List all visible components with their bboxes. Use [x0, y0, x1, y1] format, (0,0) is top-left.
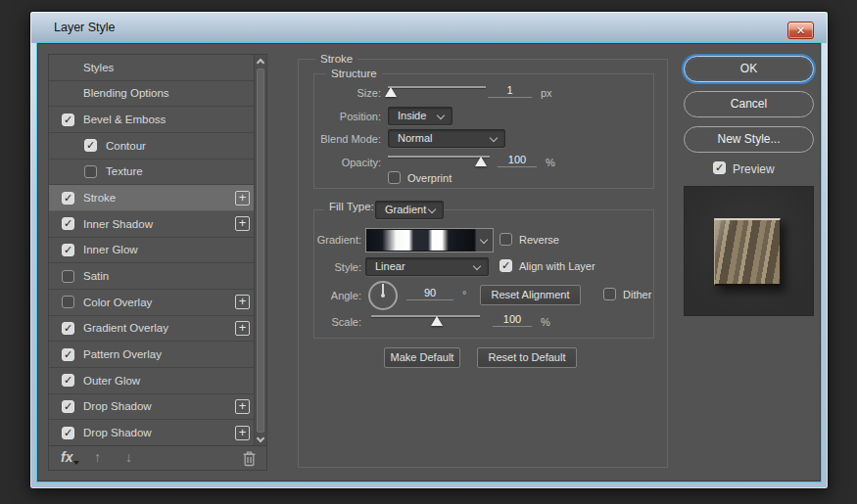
- gradient-dropdown-button[interactable]: [475, 229, 493, 252]
- move-effect-down-button[interactable]: ↓: [125, 449, 132, 465]
- add-effect-button[interactable]: +: [235, 295, 250, 309]
- sidebar-item-outer-glow[interactable]: ✓ Outer Glow +: [49, 368, 254, 394]
- effect-checkbox[interactable]: ✓: [62, 244, 74, 256]
- angle-value[interactable]: 90: [406, 287, 453, 300]
- fill-type-label: Fill Type:: [329, 201, 374, 212]
- sidebar-item-inner-glow[interactable]: ✓ Inner Glow +: [49, 238, 254, 264]
- size-slider-track: [388, 86, 486, 88]
- sidebar-item-label: Satin: [83, 270, 109, 282]
- sidebar-item-label: Contour: [106, 140, 146, 152]
- size-slider-thumb[interactable]: [385, 87, 397, 97]
- scroll-up-icon[interactable]: [257, 59, 264, 67]
- sidebar-item-label: Styles: [83, 62, 114, 73]
- overprint-label: Overprint: [407, 172, 452, 184]
- sidebar-item-inner-shadow[interactable]: ✓ Inner Shadow +: [49, 211, 254, 238]
- new-style-button[interactable]: New Style...: [684, 126, 814, 153]
- sidebar-item-bevel-emboss[interactable]: ✓ Bevel & Emboss +: [49, 107, 254, 133]
- ok-button[interactable]: OK: [684, 56, 814, 82]
- sidebar-item-color-overlay[interactable]: Color Overlay +: [49, 290, 254, 316]
- opacity-unit: %: [546, 157, 555, 168]
- sidebar-item-blending-options[interactable]: Blending Options +: [49, 81, 254, 108]
- opacity-value[interactable]: 100: [498, 154, 537, 167]
- scroll-down-icon[interactable]: [257, 435, 264, 442]
- opacity-slider-thumb[interactable]: [475, 157, 487, 166]
- move-effect-up-button[interactable]: ↑: [94, 449, 101, 465]
- add-effect-button[interactable]: +: [235, 399, 250, 414]
- size-value[interactable]: 1: [488, 84, 532, 98]
- cancel-button[interactable]: Cancel: [684, 91, 814, 117]
- add-effect-button[interactable]: +: [235, 216, 250, 231]
- reset-to-default-button[interactable]: Reset to Default: [477, 347, 577, 368]
- angle-dial-center: [381, 294, 385, 298]
- preview-label: Preview: [733, 162, 775, 176]
- add-effect-button[interactable]: +: [235, 426, 250, 440]
- scrollbar-thumb[interactable]: [257, 69, 264, 433]
- gradient-preview[interactable]: [366, 229, 475, 252]
- effect-checkbox[interactable]: ✓: [62, 427, 74, 439]
- sidebar-item-label: Color Overlay: [83, 297, 152, 308]
- scale-slider-thumb[interactable]: [431, 316, 443, 326]
- sidebar-item-pattern-overlay[interactable]: ✓ Pattern Overlay +: [49, 342, 254, 368]
- size-label: Size:: [314, 87, 381, 99]
- effect-checkbox[interactable]: ✓: [84, 139, 97, 152]
- sidebar-item-satin[interactable]: Satin +: [49, 263, 254, 290]
- blend-mode-label: Blend Mode:: [314, 133, 381, 145]
- fill-type-dropdown[interactable]: Gradient: [375, 201, 444, 219]
- add-effect-button[interactable]: +: [235, 321, 250, 336]
- title-bar[interactable]: Layer Style ✕: [31, 13, 827, 43]
- reverse-checkbox[interactable]: [500, 233, 512, 246]
- sidebar-item-gradient-overlay[interactable]: ✓ Gradient Overlay +: [49, 316, 254, 343]
- effect-checkbox[interactable]: ✓: [62, 217, 74, 230]
- preview-swatch: [714, 218, 781, 286]
- blend-mode-dropdown[interactable]: Normal: [388, 129, 505, 148]
- position-label: Position:: [314, 111, 381, 122]
- opacity-slider[interactable]: [388, 152, 490, 166]
- scale-slider-track: [371, 315, 480, 317]
- sidebar-item-drop-shadow[interactable]: ✓ Drop Shadow +: [49, 394, 254, 421]
- effect-checkbox[interactable]: ✓: [62, 400, 74, 413]
- delete-effect-button[interactable]: [242, 450, 257, 471]
- sidebar-item-label: Texture: [106, 165, 143, 177]
- layer-style-dialog: Layer Style ✕ Styles + Blending Options: [29, 11, 829, 489]
- effect-checkbox[interactable]: ✓: [62, 348, 74, 361]
- effect-checkbox[interactable]: ✓: [62, 374, 74, 387]
- effect-checkbox[interactable]: ✓: [62, 322, 74, 335]
- effect-checkbox[interactable]: [62, 270, 74, 283]
- overprint-checkbox[interactable]: [388, 171, 401, 184]
- angle-unit: °: [462, 289, 466, 300]
- fx-menu-button[interactable]: fx: [61, 449, 72, 465]
- angle-dial[interactable]: [368, 281, 398, 310]
- effect-checkbox[interactable]: [84, 165, 97, 178]
- reset-alignment-button[interactable]: Reset Alignment: [480, 285, 581, 305]
- stroke-section: Stroke Structure Size: 1 px Position: In…: [298, 59, 668, 468]
- scale-value[interactable]: 100: [493, 313, 532, 327]
- effects-list: Styles + Blending Options + ✓ Bevel & Em…: [49, 55, 254, 446]
- dither-checkbox[interactable]: [603, 288, 616, 300]
- sidebar-item-label: Inner Glow: [83, 244, 138, 255]
- effect-checkbox[interactable]: [62, 296, 74, 308]
- position-dropdown[interactable]: Inside: [388, 107, 452, 125]
- scale-unit: %: [541, 316, 550, 328]
- close-button[interactable]: ✕: [787, 22, 814, 39]
- sidebar-item-label: Blending Options: [83, 87, 169, 99]
- size-unit: px: [541, 87, 552, 99]
- sidebar-item-stroke[interactable]: ✓ Stroke +: [49, 185, 254, 211]
- effect-checkbox[interactable]: ✓: [62, 192, 74, 205]
- sidebar-item-label: Drop Shadow: [83, 427, 152, 438]
- add-effect-button[interactable]: +: [235, 191, 250, 206]
- style-dropdown[interactable]: Linear: [365, 257, 489, 276]
- gradient-label: Gradient:: [314, 234, 361, 246]
- sidebar-item-contour[interactable]: ✓ Contour +: [49, 133, 254, 160]
- sidebar-item-label: Pattern Overlay: [83, 348, 162, 360]
- sidebar-item-drop-shadow-2[interactable]: ✓ Drop Shadow +: [49, 420, 254, 446]
- scale-slider[interactable]: [371, 311, 480, 326]
- effects-list-scrollbar[interactable]: [254, 55, 266, 446]
- effect-checkbox[interactable]: ✓: [62, 114, 74, 126]
- sidebar-item-styles[interactable]: Styles +: [49, 55, 254, 81]
- size-slider[interactable]: [388, 82, 486, 97]
- align-with-layer-checkbox[interactable]: ✓: [500, 259, 512, 272]
- window-title: Layer Style: [54, 21, 116, 34]
- make-default-button[interactable]: Make Default: [384, 347, 460, 368]
- preview-checkbox[interactable]: ✓: [713, 161, 726, 174]
- sidebar-item-texture[interactable]: Texture +: [49, 160, 254, 186]
